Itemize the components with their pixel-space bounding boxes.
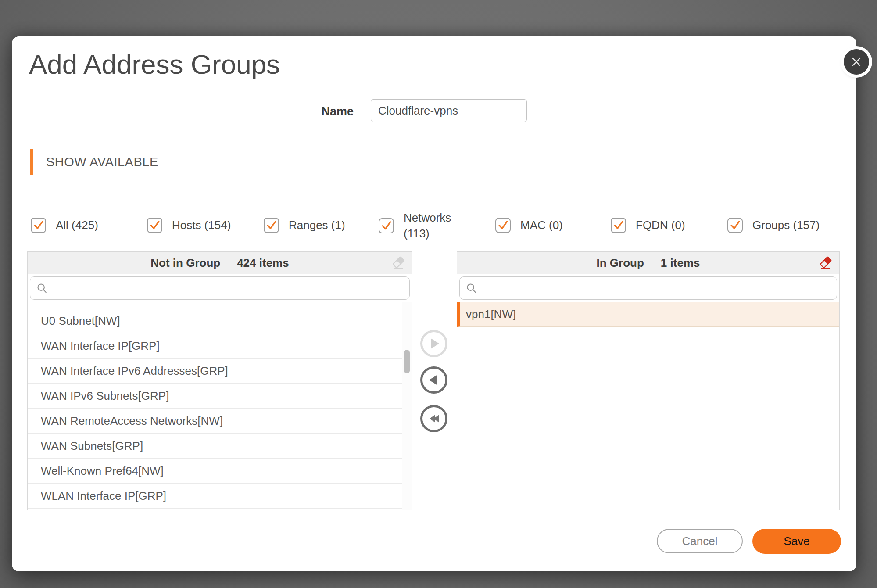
list-item[interactable]: U0 Subnet[NW] (28, 308, 402, 333)
in-group-panel: In Group 1 items (457, 251, 840, 510)
list-item[interactable]: WAN Interface IPv6 Addresses[GRP] (28, 359, 402, 384)
filter-label: MAC (0) (520, 217, 563, 233)
not-in-group-panel: Not in Group 424 items (27, 251, 412, 510)
checkbox-checked-icon[interactable] (495, 218, 511, 233)
not-in-group-list: U0 Subnet[NW] WAN Interface IP[GRP] WAN … (28, 302, 412, 510)
selected-list-item[interactable]: vpn1[NW] (457, 302, 839, 327)
add-address-groups-dialog: Add Address Groups Name SHOW AVAILABLE (12, 36, 856, 571)
checkbox-checked-icon[interactable] (147, 218, 162, 233)
in-group-list: vpn1[NW] (457, 302, 839, 510)
close-button[interactable] (844, 49, 869, 75)
eraser-icon (818, 255, 833, 270)
eraser-icon (391, 255, 406, 270)
checkbox-checked-icon[interactable] (727, 218, 743, 233)
list-item[interactable]: Well-Known Pref64[NW] (28, 459, 402, 484)
section-title: SHOW AVAILABLE (46, 155, 158, 169)
move-left-button[interactable] (420, 366, 447, 394)
screen-overlay-background: Add Address Groups Name SHOW AVAILABLE (0, 0, 877, 588)
checkbox-checked-icon[interactable] (379, 218, 394, 233)
double-arrow-left-icon (433, 415, 439, 423)
filter-checkbox-item[interactable]: FQDN (0) (611, 217, 685, 233)
arrow-right-icon (431, 338, 439, 349)
move-right-button[interactable] (420, 330, 447, 357)
checkbox-checked-icon[interactable] (264, 218, 279, 233)
not-in-group-search-row (30, 276, 410, 300)
filter-checkbox-item[interactable]: Ranges (1) (264, 217, 345, 233)
name-label: Name (266, 105, 354, 118)
save-button[interactable]: Save (752, 529, 841, 554)
filter-label: FQDN (0) (636, 217, 685, 233)
checkbox-checked-icon[interactable] (611, 218, 626, 233)
scrollbar-track[interactable] (402, 302, 412, 510)
panel-title: Not in Group (150, 256, 220, 270)
list-item[interactable]: WLAN Interface IP[GRP] (28, 484, 402, 509)
arrow-left-icon (429, 375, 437, 385)
filter-label: Networks (113) (404, 210, 460, 241)
name-input[interactable] (371, 99, 527, 122)
close-icon (850, 56, 863, 68)
filter-label: Groups (157) (752, 217, 820, 233)
page-title: Add Address Groups (29, 49, 280, 80)
list-item[interactable]: WAN Subnets[GRP] (28, 434, 402, 459)
not-in-group-header: Not in Group 424 items (28, 252, 412, 274)
filter-label: Ranges (1) (289, 217, 345, 233)
cancel-button[interactable]: Cancel (657, 529, 743, 553)
filter-checkbox-item[interactable]: MAC (0) (495, 217, 563, 233)
in-group-header: In Group 1 items (457, 252, 839, 274)
partial-list-row (28, 302, 402, 308)
filter-checkbox-item[interactable]: Networks (113) (379, 210, 460, 241)
filter-checkbox-item[interactable]: All (425) (31, 217, 98, 233)
scrollbar-thumb[interactable] (404, 350, 410, 373)
panel-item-count: 424 items (237, 256, 289, 270)
filter-checkbox-item[interactable]: Groups (157) (727, 217, 820, 233)
list-item[interactable]: WAN RemoteAccess Networks[NW] (28, 409, 402, 434)
list-item[interactable]: WAN IPv6 Subnets[GRP] (28, 384, 402, 409)
list-item[interactable]: WAN Interface IP[GRP] (28, 333, 402, 359)
not-in-group-search-input[interactable] (30, 276, 410, 300)
checkbox-checked-icon[interactable] (31, 218, 46, 233)
filter-checkbox-item[interactable]: Hosts (154) (147, 217, 231, 233)
panel-item-count: 1 items (661, 256, 700, 270)
filter-label: Hosts (154) (172, 217, 231, 233)
clear-left-selection-button[interactable] (390, 255, 407, 271)
filter-label: All (425) (56, 217, 98, 233)
in-group-search-input[interactable] (459, 276, 837, 300)
section-accent-bar (30, 149, 33, 175)
move-all-left-button[interactable] (420, 405, 447, 432)
clear-right-selection-button[interactable] (817, 255, 834, 271)
panel-title: In Group (597, 256, 644, 270)
in-group-search-row (459, 276, 837, 300)
